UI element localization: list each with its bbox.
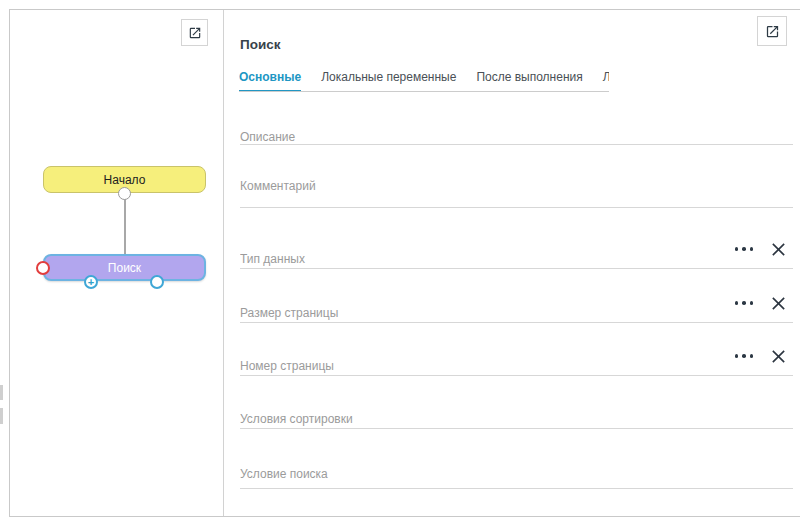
error-port[interactable] [36, 261, 50, 275]
dot [750, 247, 754, 251]
close-x-glyph [770, 295, 787, 312]
field-comment [240, 176, 793, 208]
field-description [240, 127, 793, 145]
expand-icon [188, 26, 202, 40]
dot [735, 301, 739, 305]
add-connection-port[interactable]: + [84, 275, 98, 289]
canvas-expand-button[interactable] [181, 19, 208, 46]
process-designer: Начало Поиск + Поиск Основные Локальные … [0, 0, 810, 531]
search-condition-input[interactable] [240, 466, 793, 482]
dot [735, 247, 739, 251]
field-page-size [240, 303, 793, 323]
page-number-input[interactable] [240, 358, 793, 374]
description-input[interactable] [240, 129, 793, 145]
dot [742, 301, 746, 305]
field-search-condition [240, 464, 793, 489]
expand-icon [765, 24, 780, 39]
field-actions [727, 293, 788, 313]
close-icon[interactable] [770, 295, 787, 312]
close-x-glyph [770, 348, 787, 365]
more-options-icon[interactable] [733, 243, 756, 255]
tab-general[interactable]: Основные [239, 65, 301, 92]
data-type-input[interactable] [240, 251, 793, 267]
comment-input[interactable] [240, 178, 793, 194]
more-options-icon[interactable] [733, 350, 756, 362]
tab-after-execution[interactable]: После выполнения [476, 65, 582, 92]
start-output-port[interactable] [118, 187, 131, 200]
panel-title: Поиск [240, 37, 281, 52]
close-icon[interactable] [770, 241, 787, 258]
dot [742, 247, 746, 251]
panel-expand-button[interactable] [757, 16, 787, 46]
plus-icon: + [88, 277, 94, 287]
dot [735, 354, 739, 358]
close-icon[interactable] [770, 348, 787, 365]
tab-log[interactable]: Лог [603, 65, 609, 92]
dot [742, 354, 746, 358]
dot [750, 301, 754, 305]
more-options-icon[interactable] [733, 297, 756, 309]
field-actions [727, 346, 788, 366]
field-actions [727, 239, 788, 259]
field-data-type [240, 249, 793, 269]
left-edge-artifact [0, 385, 3, 400]
page-size-input[interactable] [240, 305, 793, 321]
designer-window: Начало Поиск + Поиск Основные Локальные … [9, 9, 800, 517]
sort-conditions-input[interactable] [240, 411, 793, 427]
field-sort-conditions [240, 409, 793, 429]
dot [750, 354, 754, 358]
tab-local-variables[interactable]: Локальные переменные [321, 65, 456, 92]
left-edge-artifact [0, 408, 3, 424]
close-x-glyph [770, 241, 787, 258]
tab-bar: Основные Локальные переменные После выпо… [239, 65, 609, 92]
properties-panel: Поиск Основные Локальные переменные Посл… [223, 10, 801, 516]
search-output-port[interactable] [150, 275, 164, 289]
node-search[interactable]: Поиск [43, 254, 206, 281]
field-page-number [240, 356, 793, 376]
diagram-canvas[interactable]: Начало Поиск + [10, 10, 223, 516]
